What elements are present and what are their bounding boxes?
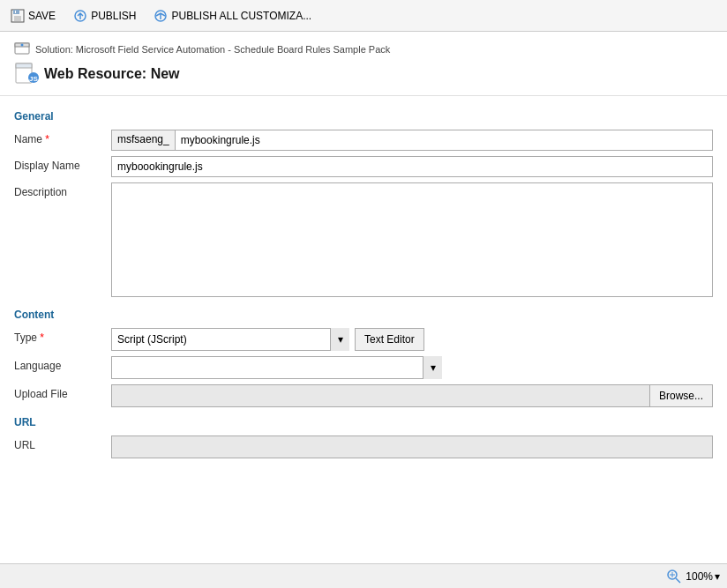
upload-file-label: Upload File	[14, 384, 111, 400]
language-control-area: ▾	[111, 356, 713, 379]
save-button[interactable]: SAVE	[7, 7, 59, 25]
url-input[interactable]	[111, 435, 713, 458]
general-section-title: General	[14, 110, 713, 123]
status-bar: 100% ▾	[0, 563, 727, 588]
publish-label: PUBLISH	[91, 10, 136, 22]
url-control-area	[111, 435, 713, 458]
name-input-group: msfsaeng_	[111, 130, 713, 151]
display-name-label: Display Name	[14, 156, 111, 172]
content-section-title: Content	[14, 309, 713, 321]
zoom-area: 100% ▾	[666, 569, 720, 584]
type-label: Type *	[14, 328, 111, 344]
language-select[interactable]	[111, 356, 442, 379]
save-icon	[11, 9, 25, 23]
upload-file-input[interactable]	[111, 384, 650, 407]
svg-point-8	[21, 44, 24, 47]
svg-line-14	[676, 578, 680, 583]
url-label: URL	[14, 435, 111, 451]
url-section-title: URL	[14, 416, 713, 428]
title-area: Solution: Microsoft Field Service Automa…	[0, 32, 727, 96]
breadcrumb: Solution: Microsoft Field Service Automa…	[14, 41, 713, 58]
description-label: Description	[14, 182, 111, 198]
zoom-dropdown[interactable]: 100% ▾	[686, 570, 720, 583]
svg-rect-3	[15, 11, 16, 13]
type-required: *	[37, 331, 44, 344]
form-area: General Name * msfsaeng_ Display Name De…	[0, 96, 727, 474]
svg-rect-2	[14, 16, 21, 21]
svg-rect-10	[16, 63, 32, 68]
solution-icon	[14, 41, 30, 58]
description-input-area	[111, 182, 713, 300]
language-row: Language ▾	[14, 356, 713, 379]
publish-button[interactable]: PUBLISH	[70, 7, 139, 25]
publish-all-button[interactable]: PUBLISH ALL CUSTOMIZA...	[150, 7, 315, 25]
display-name-row: Display Name	[14, 156, 713, 177]
name-input-area: msfsaeng_	[111, 130, 713, 151]
content-section: Content Type * Script (JScript) HTML CSS…	[14, 309, 713, 407]
type-select-wrapper: Script (JScript) HTML CSS XML PNG JPG GI…	[111, 328, 349, 351]
description-input[interactable]	[111, 182, 713, 297]
language-label: Language	[14, 356, 111, 372]
browse-button[interactable]: Browse...	[650, 384, 713, 407]
url-section: URL URL	[14, 416, 713, 458]
page-title: JS Web Resource: New	[14, 60, 713, 88]
description-row: Description	[14, 182, 713, 300]
type-select[interactable]: Script (JScript) HTML CSS XML PNG JPG GI…	[111, 328, 349, 351]
name-prefix: msfsaeng_	[111, 130, 176, 151]
name-input[interactable]	[176, 130, 713, 151]
svg-text:JS: JS	[29, 75, 38, 83]
zoom-level: 100%	[686, 570, 713, 583]
display-name-input[interactable]	[111, 156, 713, 177]
zoom-icon	[666, 569, 682, 584]
name-label: Name *	[14, 130, 111, 145]
main-content: Solution: Microsoft Field Service Automa…	[0, 32, 727, 563]
web-resource-icon: JS	[14, 60, 39, 88]
toolbar: SAVE PUBLISH PUBLISH ALL CUSTOMIZA...	[0, 0, 727, 32]
svg-rect-1	[13, 10, 19, 14]
required-mark: *	[42, 133, 49, 145]
save-label: SAVE	[28, 10, 56, 22]
text-editor-button[interactable]: Text Editor	[355, 328, 424, 351]
upload-file-row: Upload File Browse...	[14, 384, 713, 407]
publish-all-label: PUBLISH ALL CUSTOMIZA...	[171, 10, 311, 22]
display-name-input-area	[111, 156, 713, 177]
language-select-wrapper: ▾	[111, 356, 442, 379]
type-control-area: Script (JScript) HTML CSS XML PNG JPG GI…	[111, 328, 713, 351]
type-row: Type * Script (JScript) HTML CSS XML PNG…	[14, 328, 713, 351]
name-row: Name * msfsaeng_	[14, 130, 713, 151]
zoom-arrow: ▾	[715, 570, 720, 583]
publish-all-icon	[154, 9, 168, 23]
upload-control-area: Browse...	[111, 384, 713, 407]
url-row: URL	[14, 435, 713, 458]
publish-icon	[73, 9, 87, 23]
